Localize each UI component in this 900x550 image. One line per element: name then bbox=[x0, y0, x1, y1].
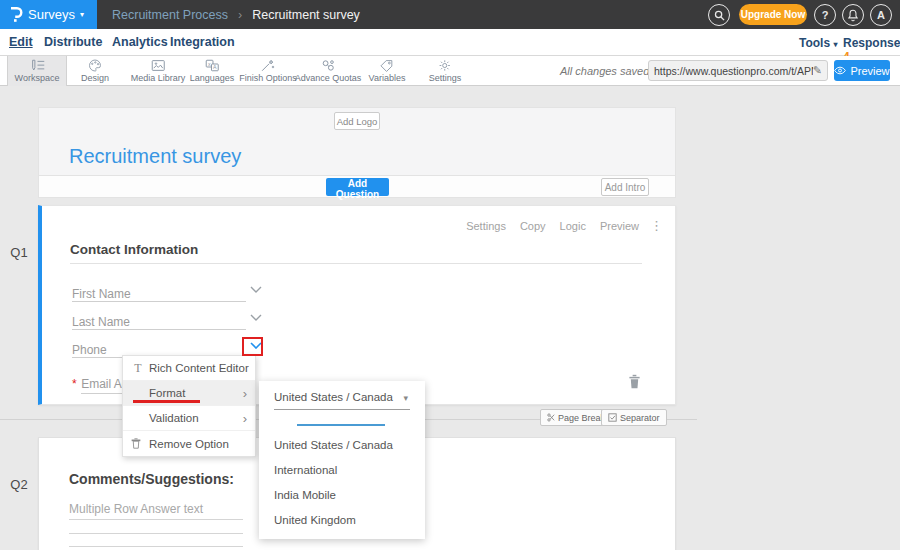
format-select[interactable]: United States / Canada ▾ bbox=[274, 391, 410, 410]
question-logic-link[interactable]: Logic bbox=[560, 220, 586, 232]
question-settings-link[interactable]: Settings bbox=[466, 220, 506, 232]
add-logo-button[interactable]: Add Logo bbox=[334, 112, 380, 130]
toolbar-item-variables[interactable]: Variables bbox=[369, 56, 406, 86]
format-selected-value: United States / Canada bbox=[274, 391, 393, 403]
trash-outline-icon bbox=[131, 438, 145, 449]
tab-distribute[interactable]: Distribute bbox=[44, 35, 102, 49]
field-row-first-name: First Name bbox=[72, 284, 284, 302]
add-question-button[interactable]: Add Question bbox=[326, 178, 389, 196]
surveys-product-menu[interactable]: Surveys ▾ bbox=[0, 0, 97, 29]
tab-edit[interactable]: Edit bbox=[9, 35, 33, 49]
survey-url-field[interactable]: https://www.questionpro.com/t/APNrFZ ✎ bbox=[648, 60, 828, 81]
breadcrumb-separator-icon: › bbox=[238, 8, 242, 22]
format-option-international[interactable]: International bbox=[274, 464, 337, 476]
option-context-menu: T Rich Content Editor Format › Validatio… bbox=[122, 355, 256, 457]
help-button[interactable]: ? bbox=[814, 4, 836, 26]
question-preview-link[interactable]: Preview bbox=[600, 220, 639, 232]
breadcrumb: Recruitment Process › Recruitment survey bbox=[112, 0, 360, 29]
chevron-down-icon: ▾ bbox=[833, 40, 837, 49]
annotation-format-underline bbox=[133, 400, 200, 403]
answer-line bbox=[69, 519, 243, 520]
title-divider bbox=[70, 263, 642, 264]
format-option-united-kingdom[interactable]: United Kingdom bbox=[274, 514, 356, 526]
field-row-last-name: Last Name bbox=[72, 312, 284, 330]
svg-text:x: x bbox=[208, 61, 211, 67]
toolbar-item-settings[interactable]: Settings bbox=[429, 56, 462, 86]
tab-analytics[interactable]: Analytics bbox=[112, 35, 168, 49]
bell-icon bbox=[847, 9, 859, 22]
answer-placeholder[interactable]: Multiple Row Answer text bbox=[69, 502, 203, 516]
menu-item-rich-content-editor[interactable]: T Rich Content Editor bbox=[123, 356, 255, 381]
questionpro-logo-icon bbox=[8, 6, 23, 23]
format-option-india-mobile[interactable]: India Mobile bbox=[274, 489, 336, 501]
toolbar-item-advance-quotas[interactable]: Advance Quotas bbox=[295, 56, 362, 86]
question-2-number: Q2 bbox=[0, 477, 38, 492]
answer-line bbox=[69, 546, 243, 547]
toolbar-item-finish-options[interactable]: Finish Options bbox=[239, 56, 297, 86]
avatar-initial: A bbox=[877, 9, 885, 21]
question-actions: Settings Copy Logic Preview bbox=[466, 220, 639, 232]
main-tab-bar: Edit Distribute Analytics Integration To… bbox=[0, 29, 900, 56]
field-label-first-name[interactable]: First Name bbox=[72, 287, 131, 301]
caret-down-icon: ▾ bbox=[403, 393, 408, 403]
autosave-status: All changes saved bbox=[560, 65, 649, 77]
trash-icon bbox=[628, 374, 641, 389]
chevron-down-icon: ▾ bbox=[80, 10, 84, 19]
add-intro-button[interactable]: Add Intro bbox=[601, 178, 649, 196]
upgrade-now-button[interactable]: Upgrade Now bbox=[739, 4, 807, 25]
breadcrumb-parent-link[interactable]: Recruitment Process bbox=[112, 8, 228, 22]
workspace-icon bbox=[30, 59, 45, 72]
survey-url-value: https://www.questionpro.com/t/APNrFZ bbox=[654, 65, 813, 77]
search-icon bbox=[714, 10, 725, 21]
top-bar: Surveys ▾ Recruitment Process › Recruitm… bbox=[0, 0, 900, 29]
magic-wand-icon bbox=[261, 59, 276, 72]
translate-icon: xA bbox=[204, 59, 219, 72]
question-1-title[interactable]: Contact Information bbox=[70, 242, 198, 257]
question-more-menu[interactable]: ⋮ bbox=[650, 218, 663, 233]
tab-integration[interactable]: Integration bbox=[170, 35, 235, 49]
image-icon bbox=[151, 59, 166, 72]
toolbar-item-workspace[interactable]: Workspace bbox=[7, 56, 67, 86]
quota-links-icon bbox=[320, 59, 335, 72]
notifications-button[interactable] bbox=[842, 4, 864, 26]
question-copy-link[interactable]: Copy bbox=[520, 220, 546, 232]
toolbar-item-design[interactable]: Design bbox=[81, 56, 109, 86]
format-submenu: United States / Canada ▾ United States /… bbox=[259, 381, 425, 539]
required-asterisk: * bbox=[72, 377, 77, 391]
question-mark-icon: ? bbox=[822, 9, 829, 21]
question-1-number: Q1 bbox=[0, 245, 38, 260]
field-underline bbox=[72, 301, 246, 302]
field-dropdown-chevron-icon[interactable] bbox=[250, 286, 262, 293]
survey-title[interactable]: Recruitment survey bbox=[69, 145, 241, 168]
separator-button[interactable]: Separator bbox=[601, 409, 667, 426]
tools-dropdown[interactable]: Tools ▾ bbox=[799, 36, 837, 50]
separator-icon bbox=[608, 413, 617, 422]
field-label-phone[interactable]: Phone bbox=[72, 343, 107, 357]
search-button[interactable] bbox=[708, 4, 730, 26]
survey-header-panel: Add Logo Recruitment survey bbox=[38, 107, 676, 175]
product-menu-label: Surveys bbox=[28, 7, 75, 22]
format-option-us-canada[interactable]: United States / Canada bbox=[274, 439, 393, 451]
chevron-right-icon: › bbox=[243, 387, 247, 400]
toolbar-item-media-library[interactable]: Media Library bbox=[131, 56, 186, 86]
account-avatar[interactable]: A bbox=[870, 4, 892, 26]
preview-button[interactable]: Preview bbox=[834, 60, 890, 81]
eye-icon bbox=[834, 66, 846, 75]
gear-icon bbox=[438, 59, 452, 72]
editor-toolbar: Workspace Design Media Library xA Langua… bbox=[0, 56, 900, 86]
menu-item-remove-option[interactable]: Remove Option bbox=[123, 431, 255, 456]
delete-option-button[interactable] bbox=[628, 374, 641, 389]
chevron-right-icon: › bbox=[243, 412, 247, 425]
svg-text:A: A bbox=[213, 64, 217, 70]
menu-item-validation[interactable]: Validation › bbox=[123, 406, 255, 431]
breadcrumb-current: Recruitment survey bbox=[252, 8, 360, 22]
text-editor-icon: T bbox=[131, 361, 145, 376]
page-break-icon bbox=[547, 413, 555, 422]
question-2-title[interactable]: Comments/Suggestions: bbox=[69, 471, 234, 487]
field-underline bbox=[72, 329, 246, 330]
edit-url-icon[interactable]: ✎ bbox=[813, 64, 822, 77]
field-dropdown-chevron-icon[interactable] bbox=[250, 314, 262, 321]
add-question-strip: Add Question Add Intro bbox=[38, 175, 676, 198]
field-label-last-name[interactable]: Last Name bbox=[72, 315, 130, 329]
toolbar-item-languages[interactable]: xA Languages bbox=[190, 56, 235, 86]
